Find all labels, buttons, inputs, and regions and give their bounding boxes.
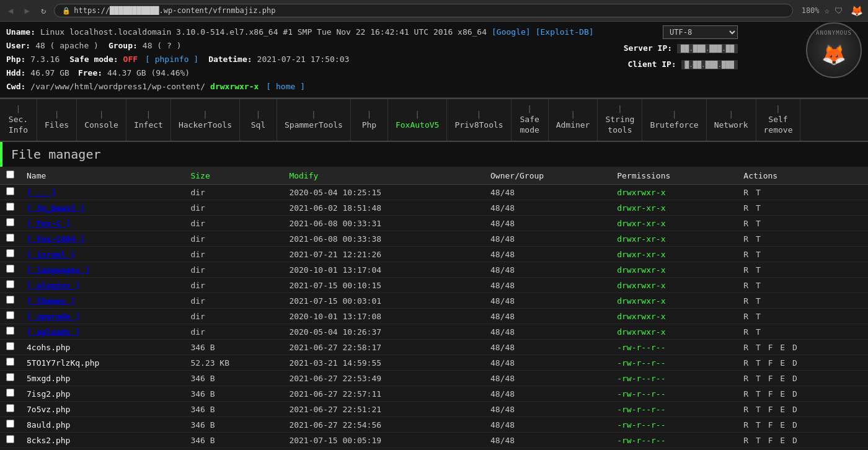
nav-item-network[interactable]: | Network [707, 99, 756, 141]
file-name[interactable]: 8cks2.php [20, 433, 184, 448]
file-link[interactable]: [ languages ] [27, 265, 90, 275]
row-checkbox[interactable] [6, 249, 14, 257]
action-t-link[interactable]: T [756, 219, 761, 228]
nav-item-sec-info[interactable]: | Sec. Info [0, 99, 37, 141]
action-f-link[interactable]: F [768, 420, 779, 430]
action-r-link[interactable]: R [743, 188, 755, 197]
action-f-link[interactable]: F [768, 405, 779, 414]
phpinfo-link[interactable]: [ phpinfo ] [145, 53, 198, 66]
action-r-link[interactable]: R [743, 436, 755, 445]
action-e-link[interactable]: E [780, 420, 791, 430]
file-link[interactable]: [ .. ] [27, 188, 56, 197]
file-name[interactable]: [ Fox-C404 ] [20, 231, 184, 247]
action-t-link[interactable]: T [756, 389, 767, 399]
file-name[interactable]: [ upgrade ] [20, 309, 184, 324]
file-name[interactable]: [ .. ] [20, 185, 184, 200]
action-r-link[interactable]: R [743, 265, 755, 275]
action-t-link[interactable]: T [756, 436, 767, 445]
forward-button[interactable]: ▶ [21, 4, 32, 17]
action-d-link[interactable]: D [792, 405, 798, 414]
file-name[interactable]: 5mxgd.php [20, 371, 184, 386]
file-link[interactable]: 8auld.php [27, 420, 70, 430]
exploit-db-link[interactable]: [Exploit-DB] [536, 25, 594, 39]
row-checkbox[interactable] [6, 296, 14, 304]
action-r-link[interactable]: R [743, 420, 755, 430]
file-name[interactable]: 4cohs.php [20, 340, 184, 355]
nav-item-hacker-tools[interactable]: | HackerTools [171, 99, 240, 141]
action-f-link[interactable]: F [768, 358, 779, 368]
action-f-link[interactable]: F [768, 343, 779, 352]
nav-item-spammer[interactable]: | SpammerTools [277, 99, 351, 141]
action-t-link[interactable]: T [756, 358, 767, 368]
file-link[interactable]: [ upgrade ] [27, 312, 80, 321]
action-t-link[interactable]: T [756, 265, 761, 275]
action-t-link[interactable]: T [756, 420, 767, 430]
file-name[interactable]: 7isg2.php [20, 386, 184, 402]
action-d-link[interactable]: D [792, 343, 798, 352]
action-d-link[interactable]: D [792, 389, 798, 399]
file-link[interactable]: [ uploads ] [27, 327, 80, 337]
action-t-link[interactable]: T [756, 296, 761, 306]
file-name[interactable]: [ plugins ] [20, 278, 184, 293]
action-r-link[interactable]: R [743, 327, 755, 337]
row-checkbox[interactable] [6, 435, 14, 443]
nav-item-self-remove[interactable]: | Self remove [756, 99, 801, 141]
nav-item-string-tools[interactable]: | String tools [598, 99, 642, 141]
action-d-link[interactable]: D [792, 436, 798, 445]
reload-button[interactable]: ↻ [38, 4, 49, 17]
action-f-link[interactable]: F [768, 374, 779, 383]
row-checkbox[interactable] [6, 265, 14, 273]
file-name[interactable]: [ 3x_beast ] [20, 200, 184, 216]
row-checkbox[interactable] [6, 358, 14, 366]
nav-item-files[interactable]: | Files [37, 99, 77, 141]
file-name[interactable]: [ languages ] [20, 262, 184, 278]
action-e-link[interactable]: E [780, 405, 791, 414]
row-checkbox[interactable] [6, 234, 14, 242]
file-link[interactable]: [ plugins ] [27, 281, 80, 290]
action-r-link[interactable]: R [743, 312, 755, 321]
action-t-link[interactable]: T [756, 374, 767, 383]
file-link[interactable]: [ Fox-C404 ] [27, 234, 85, 244]
action-r-link[interactable]: R [743, 203, 755, 213]
action-t-link[interactable]: T [756, 327, 761, 337]
url-bar[interactable]: 🔒 https://███████████.wp-content/vfrnmba… [54, 4, 792, 17]
row-checkbox[interactable] [6, 218, 14, 226]
nav-item-php[interactable]: | Php [351, 99, 388, 141]
row-checkbox[interactable] [6, 420, 14, 428]
file-name[interactable]: [ Fox-C ] [20, 216, 184, 231]
file-name[interactable]: 5TO1Y7rlzKq.php [20, 355, 184, 371]
row-checkbox[interactable] [6, 280, 14, 288]
action-r-link[interactable]: R [743, 374, 755, 383]
cwd-home-link[interactable]: [ home ] [266, 80, 305, 94]
file-link[interactable]: 4cohs.php [27, 343, 70, 352]
action-r-link[interactable]: R [743, 250, 755, 259]
action-f-link[interactable]: F [768, 436, 779, 445]
file-name[interactable]: [ israel ] [20, 247, 184, 262]
action-e-link[interactable]: E [780, 389, 791, 399]
google-link[interactable]: [Google] [492, 25, 531, 39]
file-link[interactable]: 7isg2.php [27, 389, 70, 399]
row-checkbox[interactable] [6, 311, 14, 319]
nav-item-bruteforce[interactable]: | Bruteforce [642, 99, 706, 141]
action-d-link[interactable]: D [792, 358, 798, 368]
file-name[interactable]: 8auld.php [20, 417, 184, 433]
action-t-link[interactable]: T [756, 250, 761, 259]
action-t-link[interactable]: T [756, 234, 761, 244]
back-button[interactable]: ◀ [5, 4, 16, 17]
nav-item-safemode[interactable]: | Safe mode [512, 99, 549, 141]
action-e-link[interactable]: E [780, 436, 791, 445]
action-r-link[interactable]: R [743, 281, 755, 290]
file-name[interactable]: Py8vUw4S7RC.php [20, 448, 184, 450]
action-r-link[interactable]: R [743, 219, 755, 228]
action-r-link[interactable]: R [743, 234, 755, 244]
row-checkbox[interactable] [6, 327, 14, 335]
action-e-link[interactable]: E [780, 374, 791, 383]
action-r-link[interactable]: R [743, 343, 755, 352]
file-link[interactable]: [ israel ] [27, 250, 75, 259]
nav-item-foxauto[interactable]: | FoxAutoV5 [388, 99, 447, 141]
file-link[interactable]: 5TO1Y7rlzKq.php [27, 358, 99, 368]
action-e-link[interactable]: E [780, 343, 791, 352]
action-t-link[interactable]: T [756, 343, 767, 352]
action-t-link[interactable]: T [756, 405, 767, 414]
file-link[interactable]: [ themes ] [27, 296, 75, 306]
